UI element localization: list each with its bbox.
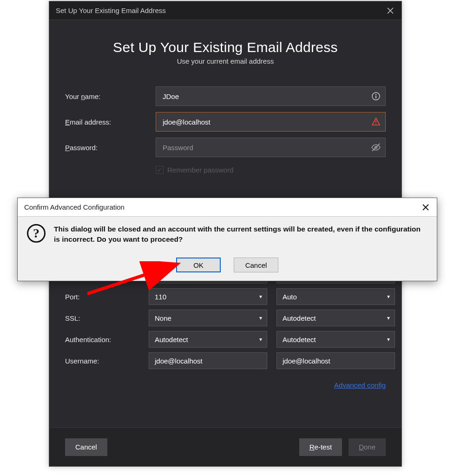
port-label: Port:: [65, 293, 139, 301]
incoming-port-select[interactable]: 110▾: [149, 288, 267, 305]
remember-password-checkbox[interactable]: ✓ Remember password: [156, 166, 401, 174]
outgoing-username-input[interactable]: jdoe@localhost: [276, 352, 395, 369]
password-label: Password:: [65, 144, 156, 152]
cancel-button[interactable]: Cancel: [234, 258, 278, 272]
titlebar: Set Up Your Existing Email Address: [49, 1, 401, 20]
username-label: Username:: [65, 357, 139, 365]
outgoing-ssl-select[interactable]: Autodetect▾: [276, 310, 395, 326]
close-icon[interactable]: [421, 203, 430, 212]
email-label: Email address:: [65, 118, 156, 126]
eye-off-icon[interactable]: [371, 142, 381, 152]
question-icon: ?: [27, 224, 46, 243]
page-subtitle: Use your current email address: [49, 57, 401, 65]
name-label: Your name:: [65, 93, 156, 100]
cancel-button[interactable]: Cancel: [65, 438, 107, 456]
ssl-label: SSL:: [65, 314, 139, 322]
chevron-down-icon: ▾: [387, 315, 390, 321]
svg-point-4: [375, 124, 376, 125]
dialog-message: This dialog will be closed and an accoun…: [54, 224, 428, 256]
server-settings: Server: localhost localhost▾ Port: 110▾ …: [65, 267, 386, 374]
page-title: Set Up Your Existing Email Address: [49, 40, 401, 55]
chevron-down-icon: ▾: [387, 293, 390, 300]
done-button: Done: [349, 438, 386, 456]
titlebar-text: Set Up Your Existing Email Address: [56, 7, 166, 14]
password-input[interactable]: [156, 138, 386, 157]
dialog-title: Confirm Advanced Configuration: [24, 203, 125, 211]
chevron-down-icon: ▾: [259, 293, 262, 300]
chevron-down-icon: ▾: [259, 315, 262, 321]
svg-rect-2: [375, 96, 376, 99]
warning-icon: [371, 117, 381, 127]
email-input[interactable]: [156, 112, 386, 132]
chevron-down-icon: ▾: [387, 336, 390, 343]
svg-rect-3: [375, 120, 376, 123]
incoming-username-input[interactable]: jdoe@localhost: [149, 352, 267, 369]
chevron-down-icon: ▾: [259, 336, 262, 343]
ok-button[interactable]: OK: [176, 258, 221, 272]
name-input[interactable]: [156, 86, 386, 106]
auth-label: Authentication:: [65, 336, 139, 344]
advanced-config-link[interactable]: Advanced config: [334, 381, 386, 389]
retest-button[interactable]: Re-test: [299, 438, 342, 456]
info-icon[interactable]: [371, 91, 381, 101]
close-icon[interactable]: [386, 6, 395, 15]
outgoing-auth-select[interactable]: Autodetect▾: [276, 331, 395, 348]
incoming-ssl-select[interactable]: None▾: [149, 310, 267, 326]
incoming-auth-select[interactable]: Autodetect▾: [149, 331, 267, 348]
confirm-advanced-config-dialog: Confirm Advanced Configuration ? This di…: [17, 198, 437, 281]
remember-password-label: Remember password: [167, 166, 234, 174]
svg-point-1: [375, 94, 376, 95]
outgoing-port-select[interactable]: Auto▾: [276, 288, 395, 305]
